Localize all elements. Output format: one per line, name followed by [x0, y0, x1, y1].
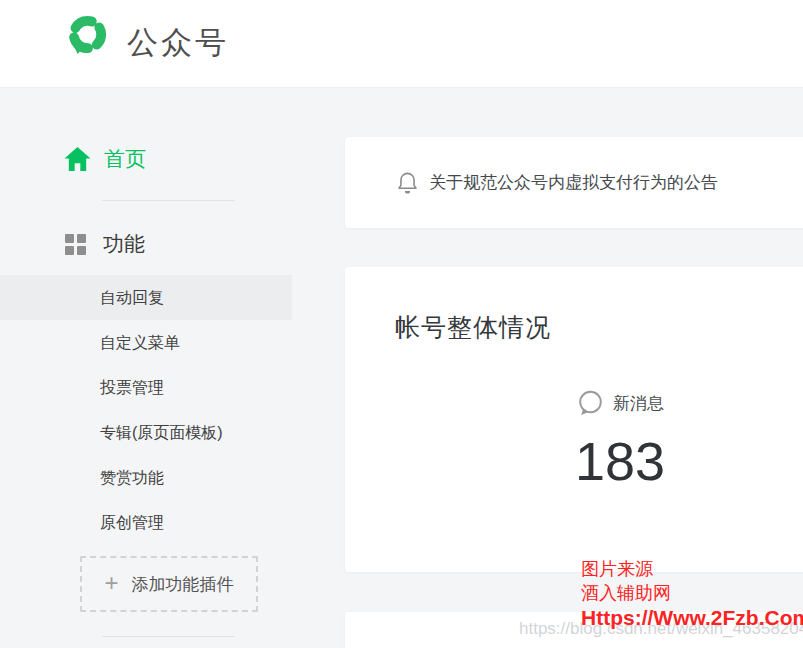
new-messages-stat[interactable]: 新消息 183 [550, 389, 690, 493]
plus-icon: + [104, 569, 118, 597]
brand-title: 公众号 [127, 0, 229, 88]
add-plugin-button[interactable]: + 添加功能插件 [80, 556, 258, 612]
sidebar-item-album-template[interactable]: 专辑(原页面模板) [0, 410, 292, 455]
account-overview-card: 帐号整体情况 新消息 183 [345, 267, 803, 572]
red-watermark-line: 图片来源 [581, 557, 803, 581]
announcement-text: 关于规范公众号内虚拟支付行为的公告 [429, 171, 718, 194]
red-watermark: 图片来源 酒入辅助网 Https://Www.2Fzb.Com [581, 557, 803, 631]
sidebar-divider [102, 200, 235, 201]
sidebar-item-custom-menu[interactable]: 自定义菜单 [0, 320, 292, 365]
top-header: 公众号 [0, 0, 803, 88]
sidebar-features-label: 功能 [103, 230, 145, 258]
sidebar-item-reward-feature[interactable]: 赞赏功能 [0, 455, 292, 500]
wechat-official-account-logo-icon[interactable] [64, 11, 111, 58]
sidebar-submenu: 自动回复 自定义菜单 投票管理 专辑(原页面模板) 赞赏功能 原创管理 [0, 275, 292, 545]
add-plugin-label: 添加功能插件 [132, 573, 234, 596]
red-watermark-url: Https://Www.2Fzb.Com [581, 605, 803, 631]
sidebar-item-vote-manage[interactable]: 投票管理 [0, 365, 292, 410]
sidebar-divider [102, 636, 235, 637]
grid-icon [65, 234, 86, 255]
sidebar-section-features[interactable]: 功能 [65, 222, 145, 266]
bell-icon [397, 170, 418, 196]
sidebar-item-home[interactable]: 首页 [64, 137, 146, 181]
sidebar-item-original-manage[interactable]: 原创管理 [0, 500, 292, 545]
chat-bubble-icon [576, 389, 604, 418]
stat-label: 新消息 [613, 392, 664, 415]
stat-value: 183 [550, 429, 690, 493]
page: 公众号 首页 功能 自动回复 自定义菜单 投票管理 专辑(原页面模板) 赞赏功能… [0, 0, 803, 648]
sidebar-home-label: 首页 [104, 145, 146, 173]
overview-title: 帐号整体情况 [395, 311, 551, 344]
red-watermark-line: 酒入辅助网 [581, 581, 803, 605]
sidebar-item-auto-reply[interactable]: 自动回复 [0, 275, 292, 320]
home-icon [64, 147, 91, 172]
announcement-banner[interactable]: 关于规范公众号内虚拟支付行为的公告 [345, 137, 803, 228]
